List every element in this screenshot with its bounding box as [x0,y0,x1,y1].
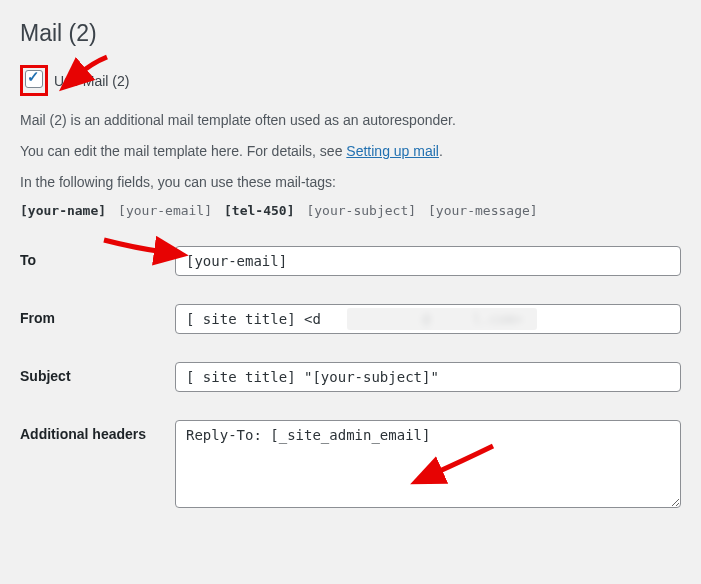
subject-input[interactable] [175,362,681,392]
subject-label: Subject [20,362,175,384]
mail-tags-list: [your-name][your-email][tel-450][your-su… [20,203,681,218]
additional-headers-textarea[interactable] [175,420,681,508]
use-mail-2-label: Use Mail (2) [54,73,129,89]
additional-headers-label: Additional headers [20,420,175,442]
description-edit-template: You can edit the mail template here. For… [20,141,681,162]
from-label: From [20,304,175,326]
use-mail-2-checkbox[interactable] [25,70,43,88]
to-label: To [20,246,175,268]
section-title: Mail (2) [20,20,681,47]
to-input[interactable] [175,246,681,276]
description-autoresponder: Mail (2) is an additional mail template … [20,110,681,131]
mail-tag: [your-message] [428,203,538,218]
mail-tag: [your-email] [118,203,212,218]
annotation-red-box [20,65,48,96]
mail-tag: [tel-450] [224,203,294,218]
redaction-overlay [347,308,537,330]
description-mail-tags-intro: In the following fields, you can use the… [20,172,681,193]
mail-tag: [your-name] [20,203,106,218]
mail-tag: [your-subject] [306,203,416,218]
setting-up-mail-link[interactable]: Setting up mail [346,143,439,159]
